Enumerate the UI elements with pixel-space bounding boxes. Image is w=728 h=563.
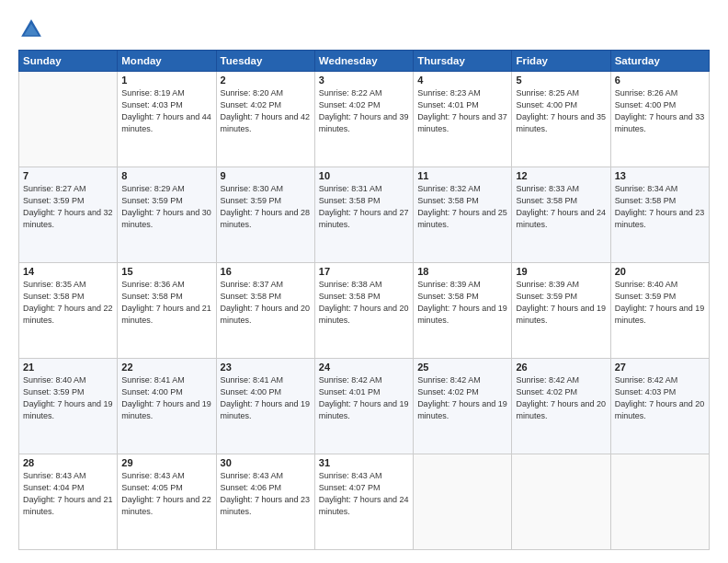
day-info: Sunrise: 8:32 AM Sunset: 3:58 PM Dayligh… [417,183,507,231]
day-info: Sunrise: 8:42 AM Sunset: 4:02 PM Dayligh… [516,374,606,422]
calendar-cell: 30Sunrise: 8:43 AM Sunset: 4:06 PM Dayli… [216,454,314,550]
weekday-header: Wednesday [314,51,413,72]
calendar-week-row: 7Sunrise: 8:27 AM Sunset: 3:59 PM Daylig… [19,167,710,263]
calendar-week-row: 28Sunrise: 8:43 AM Sunset: 4:04 PM Dayli… [19,454,710,550]
calendar-cell: 14Sunrise: 8:35 AM Sunset: 3:58 PM Dayli… [19,263,118,359]
calendar-cell: 22Sunrise: 8:41 AM Sunset: 4:00 PM Dayli… [118,359,216,454]
day-info: Sunrise: 8:31 AM Sunset: 3:58 PM Dayligh… [319,183,409,231]
calendar-cell: 31Sunrise: 8:43 AM Sunset: 4:07 PM Dayli… [314,454,413,550]
day-info: Sunrise: 8:42 AM Sunset: 4:03 PM Dayligh… [615,374,705,422]
day-info: Sunrise: 8:29 AM Sunset: 3:59 PM Dayligh… [121,183,211,231]
day-info: Sunrise: 8:23 AM Sunset: 4:01 PM Dayligh… [417,87,507,135]
day-number: 22 [121,362,211,373]
day-info: Sunrise: 8:33 AM Sunset: 3:58 PM Dayligh… [516,183,606,231]
weekday-header: Sunday [19,51,118,72]
header [18,17,710,42]
calendar-cell: 16Sunrise: 8:37 AM Sunset: 3:58 PM Dayli… [216,263,314,359]
weekday-header: Friday [512,51,610,72]
calendar-cell: 17Sunrise: 8:38 AM Sunset: 3:58 PM Dayli… [314,263,413,359]
calendar-cell: 26Sunrise: 8:42 AM Sunset: 4:02 PM Dayli… [512,359,610,454]
day-number: 11 [417,170,507,181]
day-number: 4 [417,75,507,86]
day-info: Sunrise: 8:39 AM Sunset: 3:59 PM Dayligh… [516,279,606,327]
calendar-week-row: 21Sunrise: 8:40 AM Sunset: 3:59 PM Dayli… [19,359,710,454]
weekday-header: Monday [118,51,216,72]
day-number: 16 [221,266,311,277]
calendar-cell: 11Sunrise: 8:32 AM Sunset: 3:58 PM Dayli… [414,167,512,263]
day-info: Sunrise: 8:41 AM Sunset: 4:00 PM Dayligh… [221,374,311,422]
calendar-cell: 25Sunrise: 8:42 AM Sunset: 4:02 PM Dayli… [414,359,512,454]
logo-icon [18,17,44,42]
calendar-table: SundayMondayTuesdayWednesdayThursdayFrid… [18,50,710,550]
day-number: 5 [516,75,606,86]
day-number: 18 [417,266,507,277]
logo [18,17,48,42]
weekday-header: Tuesday [216,51,314,72]
day-info: Sunrise: 8:41 AM Sunset: 4:00 PM Dayligh… [121,374,211,422]
day-number: 23 [221,362,311,373]
calendar-cell: 24Sunrise: 8:42 AM Sunset: 4:01 PM Dayli… [314,359,413,454]
day-info: Sunrise: 8:42 AM Sunset: 4:02 PM Dayligh… [417,374,507,422]
day-number: 2 [221,75,311,86]
day-number: 17 [319,266,409,277]
calendar-cell: 9Sunrise: 8:30 AM Sunset: 3:59 PM Daylig… [216,167,314,263]
day-number: 29 [121,457,211,468]
day-info: Sunrise: 8:25 AM Sunset: 4:00 PM Dayligh… [516,87,606,135]
calendar-cell [414,454,512,550]
day-number: 7 [23,170,113,181]
calendar-cell: 7Sunrise: 8:27 AM Sunset: 3:59 PM Daylig… [19,167,118,263]
calendar-cell [19,72,118,167]
day-number: 15 [121,266,211,277]
day-info: Sunrise: 8:40 AM Sunset: 3:59 PM Dayligh… [23,374,113,422]
weekday-header: Saturday [610,51,709,72]
day-info: Sunrise: 8:40 AM Sunset: 3:59 PM Dayligh… [615,279,705,327]
calendar-cell: 19Sunrise: 8:39 AM Sunset: 3:59 PM Dayli… [512,263,610,359]
page: SundayMondayTuesdayWednesdayThursdayFrid… [0,0,728,563]
day-info: Sunrise: 8:20 AM Sunset: 4:02 PM Dayligh… [221,87,311,135]
day-info: Sunrise: 8:39 AM Sunset: 3:58 PM Dayligh… [417,279,507,327]
day-number: 21 [23,362,113,373]
calendar-cell: 2Sunrise: 8:20 AM Sunset: 4:02 PM Daylig… [216,72,314,167]
calendar-cell: 15Sunrise: 8:36 AM Sunset: 3:58 PM Dayli… [118,263,216,359]
calendar-cell: 10Sunrise: 8:31 AM Sunset: 3:58 PM Dayli… [314,167,413,263]
day-number: 28 [23,457,113,468]
day-number: 30 [221,457,311,468]
calendar-cell: 1Sunrise: 8:19 AM Sunset: 4:03 PM Daylig… [118,72,216,167]
day-info: Sunrise: 8:36 AM Sunset: 3:58 PM Dayligh… [121,279,211,327]
day-number: 1 [121,75,211,86]
day-info: Sunrise: 8:38 AM Sunset: 3:58 PM Dayligh… [319,279,409,327]
calendar-cell [610,454,709,550]
calendar-header-row: SundayMondayTuesdayWednesdayThursdayFrid… [19,51,710,72]
day-number: 10 [319,170,409,181]
calendar-cell: 3Sunrise: 8:22 AM Sunset: 4:02 PM Daylig… [314,72,413,167]
day-info: Sunrise: 8:22 AM Sunset: 4:02 PM Dayligh… [319,87,409,135]
calendar-cell: 8Sunrise: 8:29 AM Sunset: 3:59 PM Daylig… [118,167,216,263]
day-info: Sunrise: 8:37 AM Sunset: 3:58 PM Dayligh… [221,279,311,327]
day-info: Sunrise: 8:30 AM Sunset: 3:59 PM Dayligh… [221,183,311,231]
day-number: 8 [121,170,211,181]
day-number: 26 [516,362,606,373]
calendar-cell: 12Sunrise: 8:33 AM Sunset: 3:58 PM Dayli… [512,167,610,263]
day-number: 20 [615,266,705,277]
day-number: 12 [516,170,606,181]
calendar-cell: 28Sunrise: 8:43 AM Sunset: 4:04 PM Dayli… [19,454,118,550]
day-number: 25 [417,362,507,373]
calendar-week-row: 1Sunrise: 8:19 AM Sunset: 4:03 PM Daylig… [19,72,710,167]
calendar-cell [512,454,610,550]
calendar-cell: 13Sunrise: 8:34 AM Sunset: 3:58 PM Dayli… [610,167,709,263]
day-number: 27 [615,362,705,373]
day-info: Sunrise: 8:27 AM Sunset: 3:59 PM Dayligh… [23,183,113,231]
day-info: Sunrise: 8:42 AM Sunset: 4:01 PM Dayligh… [319,374,409,422]
calendar-cell: 6Sunrise: 8:26 AM Sunset: 4:00 PM Daylig… [610,72,709,167]
day-info: Sunrise: 8:19 AM Sunset: 4:03 PM Dayligh… [121,87,211,135]
calendar-cell: 29Sunrise: 8:43 AM Sunset: 4:05 PM Dayli… [118,454,216,550]
calendar-week-row: 14Sunrise: 8:35 AM Sunset: 3:58 PM Dayli… [19,263,710,359]
day-info: Sunrise: 8:43 AM Sunset: 4:05 PM Dayligh… [121,470,211,518]
calendar-cell: 5Sunrise: 8:25 AM Sunset: 4:00 PM Daylig… [512,72,610,167]
day-number: 31 [319,457,409,468]
calendar-cell: 23Sunrise: 8:41 AM Sunset: 4:00 PM Dayli… [216,359,314,454]
day-info: Sunrise: 8:26 AM Sunset: 4:00 PM Dayligh… [615,87,705,135]
day-number: 3 [319,75,409,86]
calendar-cell: 18Sunrise: 8:39 AM Sunset: 3:58 PM Dayli… [414,263,512,359]
day-info: Sunrise: 8:43 AM Sunset: 4:04 PM Dayligh… [23,470,113,518]
